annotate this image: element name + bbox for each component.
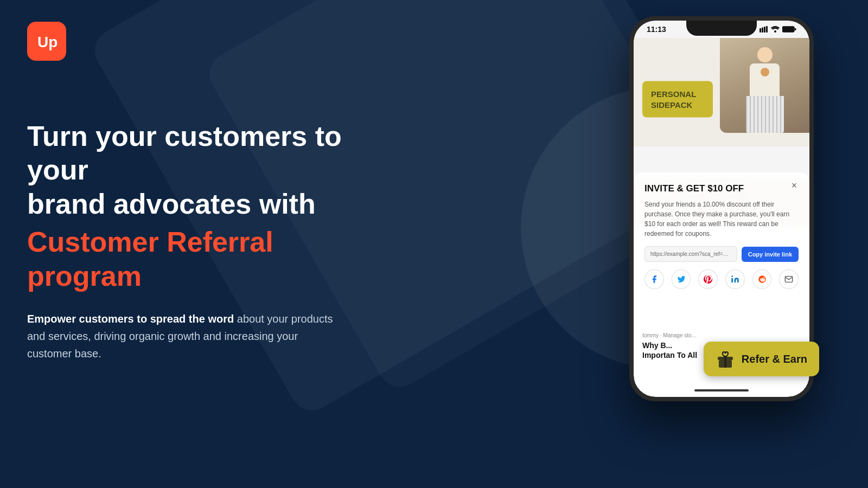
referral-popup: × INVITE & GET $10 OFF Send your friends… xyxy=(634,172,809,298)
gift-icon xyxy=(716,349,735,369)
svg-rect-12 xyxy=(724,356,726,368)
social-share-row xyxy=(644,269,799,289)
svg-rect-3 xyxy=(764,27,765,33)
home-indicator xyxy=(694,389,749,391)
popup-title: INVITE & GET $10 OFF xyxy=(644,183,799,194)
svg-rect-1 xyxy=(760,28,761,33)
blog-title-line2: Importan To All xyxy=(642,351,697,359)
invite-url-field[interactable]: https://example.com?sca_ref=12YUS16789 xyxy=(644,246,737,262)
hero-subtext: Empower customers to spread the word abo… xyxy=(27,310,342,362)
email-share-button[interactable] xyxy=(779,269,799,289)
refer-earn-button[interactable]: Refer & Earn xyxy=(704,342,819,376)
linkedin-share-button[interactable] xyxy=(725,269,745,289)
svg-text:Up: Up xyxy=(37,34,58,50)
svg-rect-6 xyxy=(782,27,794,32)
hero-content: Turn your customers to your brand advoca… xyxy=(27,119,385,362)
status-bar: 11:13 xyxy=(634,25,809,34)
invite-input-row: https://example.com?sca_ref=12YUS16789 C… xyxy=(644,246,799,262)
svg-rect-7 xyxy=(795,28,796,30)
svg-point-5 xyxy=(774,30,776,33)
headline: Turn your customers to your brand advoca… xyxy=(27,119,385,221)
pinterest-share-button[interactable] xyxy=(698,269,718,289)
copy-invite-button[interactable]: Copy invite link xyxy=(742,247,799,262)
phone-screen: 11:13 xyxy=(634,21,809,397)
headline-line1: Turn your customers to your xyxy=(27,120,342,185)
blog-title-line1: Why B... xyxy=(642,341,672,350)
blog-meta: tommy · Manage sto... xyxy=(642,332,801,338)
status-time: 11:13 xyxy=(647,25,666,34)
svg-rect-4 xyxy=(766,26,768,33)
product-card: PERSONAL SIDEPACK xyxy=(634,21,809,178)
twitter-share-button[interactable] xyxy=(672,269,691,289)
subtext-bold: Empower customers to spread the word xyxy=(27,313,234,325)
popup-description: Send your friends a 10.00% discount off … xyxy=(644,200,799,239)
headline-line2: brand advocates with xyxy=(27,188,316,220)
status-icons xyxy=(760,26,796,33)
reddit-share-button[interactable] xyxy=(752,269,772,289)
refer-earn-label: Refer & Earn xyxy=(742,353,807,365)
product-label-text: PERSONAL SIDEPACK xyxy=(651,89,704,110)
phone-mockup: 11:13 xyxy=(629,16,814,407)
svg-point-8 xyxy=(731,275,733,277)
popup-close-button[interactable]: × xyxy=(788,179,801,192)
product-label: PERSONAL SIDEPACK xyxy=(642,81,713,118)
headline-accent: Customer Referral program xyxy=(27,225,385,293)
svg-rect-2 xyxy=(762,28,763,33)
facebook-share-button[interactable] xyxy=(644,269,664,289)
brand-logo: Up xyxy=(27,22,66,61)
